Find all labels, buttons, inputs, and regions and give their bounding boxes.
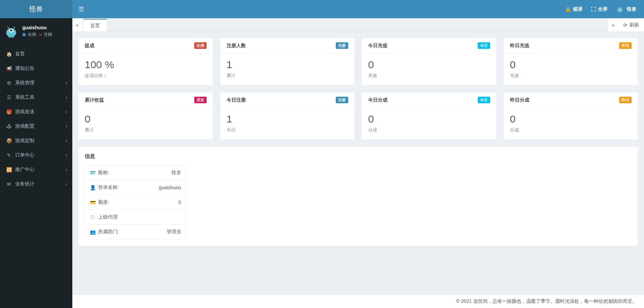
fullscreen-button[interactable]: ⛶ 全屏: [591, 6, 607, 12]
menu-toggle-icon[interactable]: ☰: [79, 6, 84, 13]
lock-button[interactable]: 🔒 锁屏: [565, 6, 583, 12]
user-menu[interactable]: 怪兽: [616, 5, 636, 13]
monster-avatar-icon: [616, 5, 624, 13]
lock-label: 锁屏: [573, 6, 583, 12]
header-right: 🔒 锁屏 ⛶ 全屏 怪兽: [565, 5, 644, 13]
svg-point-2: [619, 8, 620, 9]
user-label: 怪兽: [627, 6, 636, 12]
top-header: 怪兽 ☰ 🔒 锁屏 ⛶ 全屏 怪兽: [0, 0, 644, 18]
lock-icon: 🔒: [565, 7, 571, 12]
logo[interactable]: 怪兽: [0, 0, 72, 18]
fullscreen-label: 全屏: [598, 6, 607, 12]
fullscreen-icon: ⛶: [591, 7, 596, 12]
header-left: ☰: [72, 6, 84, 13]
